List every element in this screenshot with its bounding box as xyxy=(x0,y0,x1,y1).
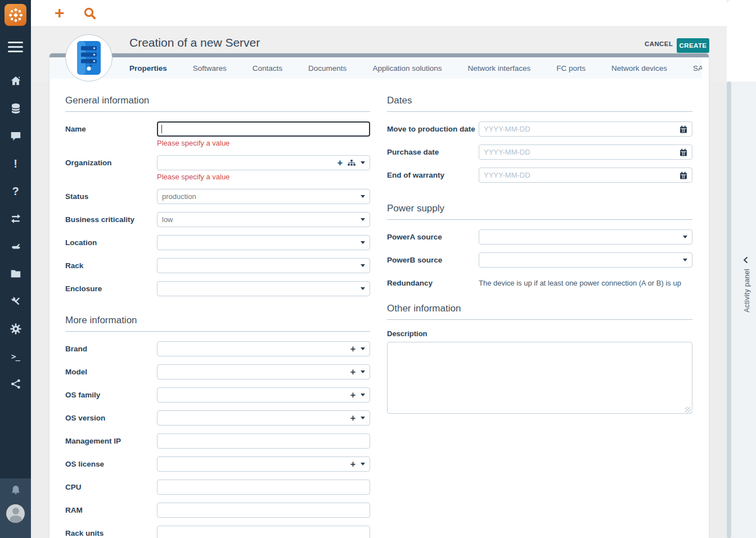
tab-documents[interactable]: Documents xyxy=(308,64,346,73)
name-input[interactable] xyxy=(157,121,370,137)
powera-source-select[interactable] xyxy=(479,229,692,245)
chevron-down-icon[interactable] xyxy=(361,347,365,350)
tab-network-interfaces[interactable]: Network interfaces xyxy=(467,64,530,73)
transfer-icon[interactable] xyxy=(10,213,22,225)
chevron-down-icon[interactable] xyxy=(361,463,365,465)
field-row-organization: Organization + Please specify a value xyxy=(65,155,370,181)
add-icon[interactable]: + xyxy=(350,460,356,468)
chevron-down-icon xyxy=(361,195,365,198)
brand-combo[interactable]: + xyxy=(157,341,370,356)
tools-icon[interactable] xyxy=(10,295,22,308)
status-select[interactable]: production xyxy=(157,189,370,204)
chevron-down-icon[interactable] xyxy=(361,417,365,419)
management-ip-input[interactable] xyxy=(157,433,370,449)
tab-fc-ports[interactable]: FC ports xyxy=(556,64,586,73)
help-icon[interactable]: ? xyxy=(10,185,22,197)
enclosure-select[interactable] xyxy=(157,281,370,296)
purchase-date-input[interactable]: YYYY-MM-DD xyxy=(479,144,692,160)
ram-input[interactable] xyxy=(157,503,370,518)
tab-network-devices[interactable]: Network devices xyxy=(611,64,667,73)
field-label: Redundancy xyxy=(387,275,479,287)
alert-icon[interactable]: ! xyxy=(10,157,22,170)
bell-icon[interactable] xyxy=(10,484,22,499)
create-button[interactable]: CREATE xyxy=(677,38,709,53)
section-title-dates: Dates xyxy=(387,95,692,112)
field-label: Purchase date xyxy=(387,144,479,160)
end-of-warranty-input[interactable]: YYYY-MM-DD xyxy=(479,168,692,183)
tab-contacts[interactable]: Contacts xyxy=(253,64,282,73)
field-label: OS version xyxy=(65,410,157,426)
field-row-business-criticality: Business criticality low xyxy=(65,212,370,227)
move-to-production-date-input[interactable]: YYYY-MM-DD xyxy=(479,121,692,137)
field-label: Organization xyxy=(65,155,157,181)
tab-properties[interactable]: Properties xyxy=(129,64,167,73)
field-label: PowerB source xyxy=(387,252,479,268)
activity-panel-label[interactable]: Activity panel xyxy=(743,269,751,313)
chevron-left-icon[interactable] xyxy=(743,256,748,266)
calendar-icon[interactable] xyxy=(680,125,687,133)
tab-overflow-kebab-icon[interactable] xyxy=(88,59,93,66)
field-row-redundancy: Redundancy The device is up if at least … xyxy=(387,275,692,287)
chevron-down-icon[interactable] xyxy=(361,161,365,164)
chevron-down-icon[interactable] xyxy=(361,370,365,373)
new-object-icon[interactable]: + xyxy=(55,3,65,22)
add-icon[interactable]: + xyxy=(350,368,356,376)
calendar-icon[interactable] xyxy=(680,148,687,156)
calendar-icon[interactable] xyxy=(680,171,687,179)
os-version-combo[interactable]: + xyxy=(157,410,370,426)
text-cursor xyxy=(161,125,162,133)
field-label: Brand xyxy=(65,341,157,356)
field-label: End of warranty xyxy=(387,168,479,183)
sidebar: ! ? >_ xyxy=(0,0,31,538)
description-textarea[interactable] xyxy=(387,342,692,414)
hand-icon[interactable] xyxy=(10,240,22,252)
chat-icon[interactable] xyxy=(10,130,22,142)
cpu-input[interactable] xyxy=(157,480,370,495)
itop-app: ! ? >_ xyxy=(0,0,756,538)
os-family-combo[interactable]: + xyxy=(157,387,370,403)
rack-select[interactable] xyxy=(157,258,370,273)
field-row-location: Location xyxy=(65,235,370,250)
business-criticality-select[interactable]: low xyxy=(157,212,370,227)
hierarchy-icon[interactable] xyxy=(348,160,356,166)
menu-toggle-icon[interactable] xyxy=(8,42,23,55)
rack-units-input[interactable] xyxy=(157,526,370,538)
page-title: Creation of a new Server xyxy=(129,36,260,49)
os-license-combo[interactable]: + xyxy=(157,456,370,472)
field-row-management-ip: Management IP xyxy=(65,433,370,449)
chevron-down-icon xyxy=(683,259,687,261)
itop-logo-icon[interactable] xyxy=(4,4,26,26)
cancel-button[interactable]: CANCEL xyxy=(645,40,673,47)
location-select[interactable] xyxy=(157,235,370,250)
search-icon[interactable] xyxy=(83,6,97,23)
add-icon[interactable]: + xyxy=(350,414,356,422)
model-combo[interactable]: + xyxy=(157,364,370,379)
field-label: Rack units xyxy=(65,526,157,538)
tab-sans[interactable]: SANs xyxy=(693,64,702,73)
share-icon[interactable] xyxy=(10,378,22,390)
tab-application-solutions[interactable]: Application solutions xyxy=(372,64,442,73)
terminal-icon[interactable]: >_ xyxy=(10,350,22,363)
field-row-os-family: OS family + xyxy=(65,387,370,403)
add-icon[interactable]: + xyxy=(350,391,356,399)
section-title-other: Other information xyxy=(387,303,692,320)
add-icon[interactable]: + xyxy=(338,159,343,167)
field-label: PowerA source xyxy=(387,229,479,245)
tab-softwares[interactable]: Softwares xyxy=(193,64,227,73)
chevron-down-icon[interactable] xyxy=(361,394,365,396)
redundancy-note: The device is up if at least one power c… xyxy=(479,275,692,287)
user-avatar[interactable] xyxy=(6,504,25,523)
folder-icon[interactable] xyxy=(10,268,22,280)
field-row-powera-source: PowerA source xyxy=(387,229,692,245)
field-row-rack: Rack xyxy=(65,258,370,273)
database-icon[interactable] xyxy=(10,102,22,115)
powerb-source-select[interactable] xyxy=(479,252,692,268)
description-label: Description xyxy=(387,329,692,338)
right-rail: Activity panel xyxy=(727,0,756,538)
field-row-purchase-date: Purchase date YYYY-MM-DD xyxy=(387,144,692,160)
organization-combo[interactable]: + xyxy=(157,155,370,170)
home-icon[interactable] xyxy=(10,75,22,87)
add-icon[interactable]: + xyxy=(350,345,356,353)
vertical-scrollbar[interactable] xyxy=(727,82,731,538)
gear-icon[interactable] xyxy=(10,323,22,335)
